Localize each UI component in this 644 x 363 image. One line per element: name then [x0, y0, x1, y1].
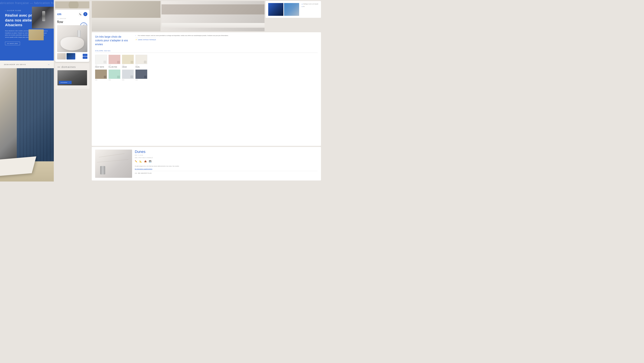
swatch-pillow-pink: #102 PILLOW PINK: [108, 55, 120, 68]
marble-vein-1: [99, 154, 125, 157]
dunes-ref: REF. D-DUN: [135, 154, 318, 156]
domaines-header: domaines: [58, 66, 87, 68]
cm-card-icons: 📞 ☰: [78, 12, 88, 16]
devis-label: DEMANDER UN DEVIS: [4, 64, 26, 65]
color-swatches-row1: #101 FROST WHITE #102 PILLOW PINK #103 C…: [95, 55, 318, 68]
cm-thumb-1[interactable]: [57, 53, 66, 60]
bench-surface: [162, 23, 264, 28]
right-top-row: Habillage mural ou de façade Etc.: [92, 1, 321, 31]
swatch-row2-2: #202: [108, 70, 120, 80]
colors-main-title: Un très large choix de coloris pour s'ad…: [95, 35, 129, 46]
swatch-code-frost: #101: [95, 65, 97, 66]
phone-icon[interactable]: 📞: [78, 12, 82, 16]
menu-icon[interactable]: ☰: [83, 12, 88, 16]
facade-photo-2: [284, 3, 299, 16]
domaines-section: domaines immobilier →: [55, 63, 90, 89]
cnc-small-image: [28, 30, 44, 40]
swatch-name-pink: PILLOW PINK: [108, 66, 117, 68]
en-savoir-button[interactable]: en savoir plus: [5, 42, 20, 45]
color-swatches-row2: #201 #202 #203 #204: [95, 70, 318, 80]
facade-photos: [268, 3, 299, 16]
marquee-text: fabrication française — fabrication fran…: [0, 1, 54, 5]
swatch-row2-3: #203: [122, 70, 134, 80]
swatch-name-frost: FROST WHITE: [95, 66, 104, 68]
en-savoir-plus-button[interactable]: EN SAVOIR PLUS: [135, 171, 318, 174]
gamme-badge: ⚡ GAMME CINTRAGE THERMIQUE: [136, 38, 156, 40]
cnc-images: [28, 7, 54, 40]
en-savoir-dash: [135, 173, 137, 173]
right-column: Habillage mural ou de façade Etc. Un trè…: [91, 0, 322, 182]
swatch-code-pink: #102: [108, 65, 111, 66]
cm-prev-arrow[interactable]: ←: [83, 54, 88, 56]
colors-right-notes: Pour certaines vasques, seuls les colori…: [136, 35, 318, 48]
swatch-box-r2-3: [122, 70, 134, 79]
reception-section: [0, 68, 54, 182]
swatch-box-cream: [122, 55, 134, 64]
top-strip-photo: [55, 1, 90, 8]
share-icon[interactable]: 📤: [144, 160, 148, 164]
save-icon[interactable]: 💾: [149, 160, 152, 164]
domaines-title: domaines: [62, 66, 76, 68]
swatch-box-r2-1: [95, 70, 107, 79]
immobilier-photo: immobilier →: [58, 70, 87, 85]
swatch-row2-4: #204: [136, 70, 147, 80]
center-column: cm 📞 ☰ ‹< DESIGN flow FABRI CATION FRANC: [54, 0, 91, 182]
colors-series-label: COLORS Series: [95, 50, 318, 53]
colors-note-1: Pour certaines vasques, seuls les colori…: [136, 35, 318, 36]
dunes-description: Ce plan vasque est un clin d'œil aux dun…: [135, 165, 318, 167]
swatch-cream: #103 CREAM: [122, 55, 134, 68]
cnc-main-image: [32, 7, 54, 28]
swatch-row2-1: #201: [95, 70, 107, 80]
colors-left-text: Un très large choix de coloris pour s'ad…: [95, 35, 129, 48]
cm-logo: cm: [57, 12, 61, 16]
swatch-code-r2-4: #204: [136, 80, 138, 80]
dunes-section: Dunes REF. D-DUN 850€ / PRIX PUBLIC CONS…: [92, 147, 321, 180]
facade-text: Habillage mural ou de façade Etc.: [302, 3, 318, 16]
tap-in-dunes: [100, 166, 105, 174]
top-left-photo: [92, 1, 160, 31]
colors-panel: Un très large choix de coloris pour s'ad…: [92, 32, 321, 146]
swatch-name-cream: CREAM: [122, 66, 127, 68]
cm-sink-photo: [57, 25, 88, 52]
cm-design-label: ‹< DESIGN: [57, 18, 88, 19]
swatch-box-r2-4: [136, 70, 147, 79]
dunes-info: Dunes REF. D-DUN 850€ / PRIX PUBLIC CONS…: [135, 150, 318, 178]
cm-nav-arrows: ← →: [83, 54, 88, 59]
swatch-box-frost-white: [95, 55, 107, 64]
tap-shape: [77, 30, 81, 37]
edit-icon[interactable]: ✏️: [135, 160, 138, 164]
swatch-code-r2-1: #201: [95, 80, 97, 80]
savoir-faire-section: fabrication française — fabrication fran…: [0, 0, 54, 60]
table-surface: [92, 18, 160, 31]
dunes-link[interactable]: lien informations supplémentaires: [135, 168, 318, 170]
swatch-name-pearl: PEARL: [136, 66, 140, 68]
swatch-box-pillow-pink: [108, 55, 120, 64]
cm-card-header: cm 📞 ☰: [57, 12, 88, 16]
domaines-dash: [58, 67, 60, 67]
immobilier-button[interactable]: immobilier →: [59, 81, 72, 84]
devis-arrow-icon: →: [48, 63, 50, 66]
cm-thumb-2[interactable]: [66, 53, 75, 60]
swatch-code-cream: #103: [122, 65, 124, 66]
swatch-code-r2-2: #202: [108, 80, 111, 80]
facade-photo-1: [268, 3, 283, 16]
swatch-pearl: #104 PEARL: [136, 55, 147, 68]
marble-vein-2: [97, 160, 128, 162]
bench-top: [162, 4, 264, 14]
swatch-box-pearl: [136, 55, 147, 64]
top-right-photo: [162, 1, 264, 31]
layout-icon[interactable]: 📐: [140, 160, 143, 164]
cm-thumbnails: ← →: [57, 53, 88, 60]
colors-header: Un très large choix de coloris pour s'ad…: [95, 35, 318, 48]
dunes-action-icons: ✏️ 📐 📤 💾: [135, 160, 318, 164]
dunes-photo: [95, 150, 132, 178]
swatch-frost-white: #101 FROST WHITE: [95, 55, 107, 68]
cm-next-arrow[interactable]: →: [83, 56, 88, 59]
dunes-price: 850€ / PRIX PUBLIC CONSEILLÉ: [135, 156, 318, 158]
sink-shape: [60, 37, 84, 50]
dunes-title: Dunes: [135, 150, 318, 154]
devis-bar[interactable]: DEMANDER UN DEVIS →: [0, 60, 54, 68]
left-column: fabrication française — fabrication fran…: [0, 0, 54, 182]
swatch-code-r2-3: #203: [122, 80, 124, 80]
facade-panel: Habillage mural ou de façade Etc.: [266, 1, 321, 18]
